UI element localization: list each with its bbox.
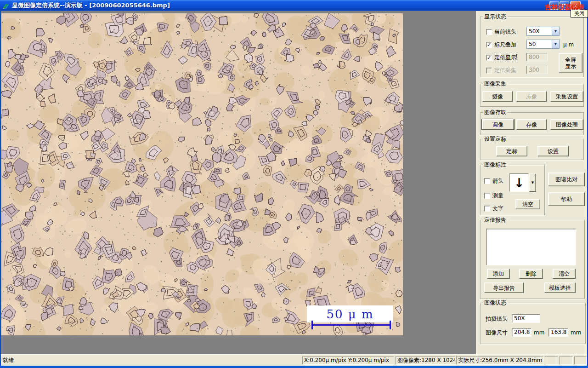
current-lens-value: 50X xyxy=(527,27,552,35)
template-select-button[interactable]: 模板选择 xyxy=(544,282,576,293)
scale-bar-label: 50 μ m xyxy=(326,307,373,321)
ruler-overlay-label: 标尺叠加 xyxy=(494,41,516,48)
group-title-report: 定倍报告 xyxy=(483,217,508,223)
ruler-dropdown-icon[interactable]: ▼ xyxy=(552,40,559,48)
group-image-capture: 图像采集 摄像 冻像 采集设置 xyxy=(480,84,584,107)
report-listbox[interactable] xyxy=(486,229,576,265)
group-annotation: 图像标注 箭头 ↓ ▼ 测量 文字 清空 xyxy=(480,165,545,215)
load-image-button[interactable]: 调像 xyxy=(482,119,514,130)
close-tooltip: 关闭 xyxy=(571,10,588,17)
report-delete-button[interactable]: 删除 xyxy=(519,269,543,279)
scale-bar-tick-right xyxy=(390,321,391,329)
report-add-button[interactable]: 添加 xyxy=(487,269,510,279)
arrow-checkbox[interactable] xyxy=(484,178,490,184)
current-lens-label: 当前镜头 xyxy=(494,29,516,35)
ruler-value: 50 xyxy=(527,40,552,48)
statusbar-panel-empty-2 xyxy=(560,356,573,365)
save-image-button[interactable]: 存像 xyxy=(516,119,547,130)
current-lens-dropdown-icon[interactable]: ▼ xyxy=(552,27,559,35)
capture-settings-button[interactable]: 采集设置 xyxy=(550,91,583,102)
current-lens-combo[interactable]: 50X ▼ xyxy=(526,27,560,36)
group-image-storage: 图像存取 调像 存像 图像处理 xyxy=(480,112,584,135)
atlas-compare-button[interactable]: 图谱比对 xyxy=(548,172,585,186)
statusbar: 就绪 X:0.200μ m/pix Y:0.200μ m/pix 图像像素:12… xyxy=(1,354,587,366)
status-pixels: 图像像素:1280 X 1024 xyxy=(396,356,455,365)
image-height-unit: mm xyxy=(571,329,581,336)
arrow-label: 箭头 xyxy=(492,178,503,184)
dropdown-icon: ▼ xyxy=(531,181,534,184)
titlebar: 显微图像定倍系统--演示版 - [20090602055646.bmp] xyxy=(0,0,588,11)
zoom-capture-checkbox xyxy=(486,68,492,74)
group-display-status: 显示状态 当前镜头 50X ▼ ✓ 标尺叠加 50 ▼ μ m ✓ 定倍显示 8… xyxy=(480,17,584,77)
status-scale: X:0.200μ m/pix Y:0.200μ m/pix xyxy=(302,356,394,365)
scale-bar: 50 μ m xyxy=(307,305,393,322)
status-actual-size: 实际尺寸:256.0mm X 204.8mm xyxy=(456,356,543,365)
group-image-status: 图像状态 拍摄镜头 50X 图像尺寸 204.8 mm 163.8 mm xyxy=(480,303,586,344)
group-title-annotation: 图像标注 xyxy=(483,161,508,168)
zoom-display-checkbox[interactable]: ✓ xyxy=(486,55,492,61)
capture-lens-label: 拍摄镜头 xyxy=(486,316,508,322)
image-viewport: 50 μ m xyxy=(1,11,476,354)
ruler-value-combo[interactable]: 50 ▼ xyxy=(526,40,560,49)
image-process-button[interactable]: 图像处理 xyxy=(550,119,583,130)
arrow-style-preview[interactable]: ↓ xyxy=(509,173,529,192)
arrow-down-icon: ↓ xyxy=(514,176,525,190)
text-checkbox[interactable] xyxy=(484,206,490,212)
text-label: 文字 xyxy=(492,205,503,212)
fullscreen-button-line2: 显示 xyxy=(565,63,576,69)
app-icon xyxy=(2,2,9,9)
status-ready: 就绪 xyxy=(3,357,14,363)
zoom-capture-input: 300 xyxy=(526,66,548,74)
group-title-display-status: 显示状态 xyxy=(483,13,508,20)
zoom-display-label: 定倍显示 xyxy=(494,54,516,61)
image-width-unit: mm xyxy=(534,329,544,336)
image-size-label: 图像尺寸 xyxy=(486,329,508,336)
calibration-settings-button[interactable]: 设置 xyxy=(537,146,569,156)
control-panel: 显示状态 当前镜头 50X ▼ ✓ 标尺叠加 50 ▼ μ m ✓ 定倍显示 8… xyxy=(476,11,587,354)
report-clear-button[interactable]: 清空 xyxy=(553,269,576,279)
fullscreen-button-line1: 全屏 xyxy=(565,57,576,63)
scale-bar-tick-left xyxy=(311,321,313,329)
window-title: 显微图像定倍系统--演示版 - [20090602055646.bmp] xyxy=(12,1,170,10)
current-lens-checkbox[interactable] xyxy=(486,29,492,35)
group-title-image-storage: 图像存取 xyxy=(483,109,508,115)
group-calibration: 设置定标 定标 设置 xyxy=(480,139,584,160)
freeze-button: 冻像 xyxy=(516,91,547,102)
group-title-calibration: 设置定标 xyxy=(483,136,508,142)
export-report-button[interactable]: 导出报告 xyxy=(484,282,524,293)
image-height-value[interactable]: 163.8 xyxy=(548,328,568,337)
check-icon: ✓ xyxy=(487,55,491,61)
measure-checkbox[interactable] xyxy=(484,193,490,199)
check-icon: ✓ xyxy=(487,42,491,48)
capture-lens-value[interactable]: 50X xyxy=(512,314,540,323)
calibrate-button[interactable]: 定标 xyxy=(496,146,527,156)
measure-label: 测量 xyxy=(492,192,503,199)
fullscreen-button[interactable]: 全屏 显示 xyxy=(559,53,582,73)
group-title-image-status: 图像状态 xyxy=(483,299,508,306)
microscope-image[interactable] xyxy=(1,13,403,335)
group-title-image-capture: 图像采集 xyxy=(483,80,508,87)
statusbar-panel-empty-1 xyxy=(545,356,558,365)
clear-annotations-button[interactable]: 清空 xyxy=(515,199,540,209)
arrow-style-dropdown-button[interactable]: ▼ xyxy=(529,173,536,192)
scale-bar-line xyxy=(312,324,390,326)
shoot-button[interactable]: 摄像 xyxy=(482,91,513,102)
image-width-value[interactable]: 204.8 xyxy=(512,328,531,337)
ruler-overlay-checkbox[interactable]: ✓ xyxy=(486,42,492,48)
group-report: 定倍报告 添加 删除 清空 导出报告 模板选择 xyxy=(480,220,585,299)
ruler-unit-label: μ m xyxy=(563,41,574,48)
zoom-display-input: 800 xyxy=(526,53,548,61)
statusbar-panel-empty-3 xyxy=(574,356,587,365)
help-button[interactable]: 帮助 xyxy=(548,192,585,206)
zoom-capture-label: 定倍采集 xyxy=(494,67,516,74)
window-border-bottom xyxy=(0,366,588,368)
